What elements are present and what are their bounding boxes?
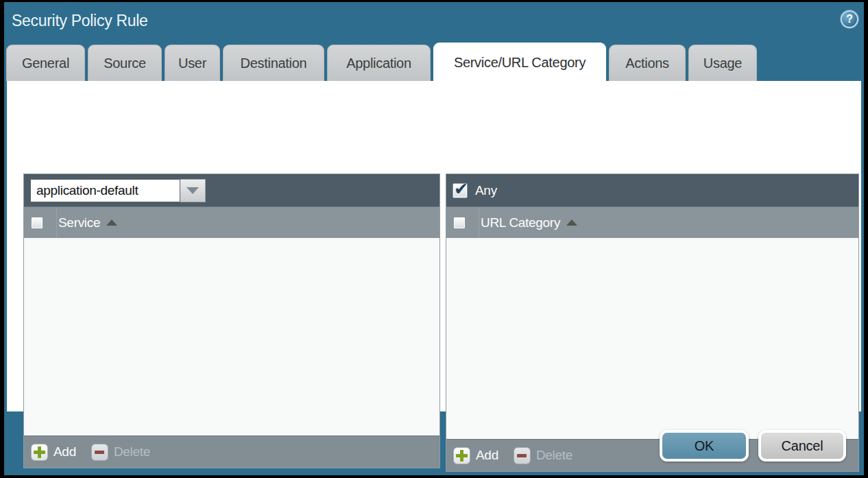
dialog-title: Security Policy Rule	[12, 12, 148, 30]
tab-source[interactable]: Source	[88, 45, 162, 81]
service-table-body[interactable]	[24, 238, 439, 435]
add-icon	[453, 447, 470, 464]
service-add-label: Add	[53, 444, 76, 459]
service-panel-toolbar	[24, 174, 439, 206]
tab-application[interactable]: Application	[327, 45, 431, 81]
service-delete-label: Delete	[114, 444, 150, 459]
service-column-header[interactable]: Service	[58, 215, 100, 230]
help-icon[interactable]: ?	[841, 10, 858, 28]
header-divider	[56, 207, 57, 238]
delete-icon	[514, 447, 531, 464]
sort-ascending-icon	[566, 219, 577, 226]
any-checkbox-row: ✔ Any	[453, 183, 497, 198]
tab-content-area: Service Add Delete ✔	[7, 81, 861, 411]
service-select-all-checkbox[interactable]	[31, 217, 43, 229]
tab-usage[interactable]: Usage	[688, 45, 757, 81]
service-type-dropdown-button[interactable]	[180, 179, 206, 202]
url-category-add-button[interactable]: Add	[453, 447, 498, 464]
url-category-add-label: Add	[476, 448, 498, 463]
url-category-select-all-checkbox[interactable]	[453, 217, 466, 229]
url-category-panel-toolbar: ✔ Any	[446, 174, 858, 206]
tab-destination[interactable]: Destination	[223, 45, 324, 81]
url-category-delete-label: Delete	[536, 448, 572, 463]
tab-general[interactable]: General	[6, 45, 85, 81]
tab-user[interactable]: User	[165, 45, 220, 81]
any-label: Any	[475, 183, 497, 198]
service-panel: Service Add Delete	[23, 174, 440, 468]
url-category-delete-button[interactable]: Delete	[514, 447, 572, 464]
service-type-input[interactable]	[30, 179, 180, 202]
url-category-table-body[interactable]	[446, 238, 858, 439]
sort-ascending-icon	[106, 219, 117, 226]
service-add-button[interactable]: Add	[31, 444, 76, 461]
service-table-header: Service	[24, 206, 439, 238]
service-delete-button[interactable]: Delete	[91, 444, 150, 461]
service-type-combobox	[30, 179, 206, 202]
checkmark-icon: ✔	[454, 179, 468, 199]
tab-service-url-category[interactable]: Service/URL Category	[433, 43, 606, 82]
url-category-panel: ✔ Any URL Category Add Delete	[446, 174, 859, 472]
any-checkbox[interactable]: ✔	[453, 183, 468, 198]
add-icon	[31, 444, 48, 461]
url-category-column-header[interactable]: URL Category	[481, 215, 560, 230]
delete-icon	[91, 444, 108, 461]
cancel-button[interactable]: Cancel	[758, 430, 846, 462]
security-policy-rule-dialog: Security Policy Rule ? General Source Us…	[0, 0, 868, 478]
url-category-table-header: URL Category	[446, 206, 858, 238]
header-divider	[479, 207, 479, 238]
service-panel-footer: Add Delete	[24, 435, 439, 468]
chevron-down-icon	[186, 187, 199, 194]
tab-actions[interactable]: Actions	[609, 45, 686, 81]
ok-button[interactable]: OK	[660, 430, 749, 462]
